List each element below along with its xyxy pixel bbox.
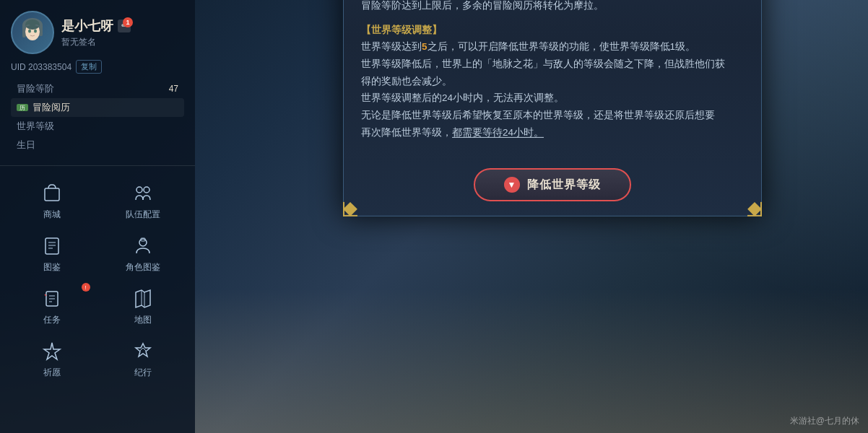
- svg-point-6: [25, 19, 40, 30]
- section2-line2: 世界等级降低后，世界上的「地脉之花」与敌人的等级会随之下降，但战胜他们获: [361, 56, 744, 73]
- tab-adv-rank-label: 冒险等阶: [17, 82, 54, 95]
- corner-bl: [342, 201, 359, 218]
- quest-icon: [39, 286, 65, 312]
- uid-label: UID 203383504: [11, 62, 71, 72]
- copy-uid-button[interactable]: 复制: [76, 60, 102, 74]
- section1: 世界等级与冒险等阶 从20开始，每提升5冒险等阶，世界等级就会提升1级。 冒险等…: [361, 0, 744, 14]
- section2-line1: 世界等级达到5之后，可以开启降低世界等级的功能，使世界等级降低1级。: [361, 38, 744, 56]
- tab-adv-log-label: 冒险阅历: [32, 101, 70, 114]
- nav-team[interactable]: 队伍配置: [98, 173, 188, 225]
- char-map-icon: [130, 233, 156, 259]
- tab-birthday[interactable]: 生日: [11, 136, 184, 154]
- modal-body: 世界等级与冒险等阶 从20开始，每提升5冒险等阶，世界等级就会提升1级。 冒险等…: [344, 0, 761, 159]
- profile-name: 是小七呀 ✏ 1: [61, 17, 184, 35]
- world-level-modal: 世界等级 ✕ 世界等级与冒险等阶 从20开始，每提升5冒险等阶，世界等级就会提升…: [343, 0, 762, 216]
- svg-rect-7: [45, 188, 59, 201]
- uid-row: UID 203383504 复制: [11, 60, 184, 74]
- nav-quest[interactable]: ! 任务: [7, 279, 97, 331]
- highlight-num5: 5: [422, 41, 428, 52]
- notification-badge: 1: [123, 17, 133, 27]
- nav-wish[interactable]: 祈愿: [7, 331, 97, 383]
- watermark: 米游社@七月的休: [790, 415, 859, 427]
- nav-battle[interactable]: 纪行: [98, 331, 188, 383]
- tab-birthday-label: 生日: [17, 139, 35, 152]
- section1-line5: 冒险等阶达到上限后，多余的冒险阅历将转化为摩拉。: [361, 0, 744, 14]
- nav-map-label: 地图: [134, 314, 152, 326]
- adv-rank-value: 47: [169, 84, 178, 94]
- profile-subtitle: 暂无签名: [61, 36, 184, 48]
- svg-rect-10: [45, 238, 58, 254]
- avatar-face: [12, 12, 53, 53]
- lower-btn-label: 降低世界等级: [527, 178, 601, 193]
- section2-line4: 世界等级调整后的24小时内，无法再次调整。: [361, 89, 744, 107]
- tab-adv-log[interactable]: 历 冒险阅历: [11, 98, 184, 117]
- nav-battle-label: 纪行: [134, 367, 152, 379]
- team-icon: [130, 180, 156, 206]
- modal-wrapper: 世界等级 ✕ 世界等级与冒险等阶 从20开始，每提升5冒险等阶，世界等级就会提升…: [322, 38, 741, 395]
- compendium-icon: [39, 233, 65, 259]
- section2: 世界等级调整 世界等级达到5之后，可以开启降低世界等级的功能，使世界等级降低1级…: [361, 22, 744, 141]
- profile-section: 是小七呀 ✏ 1 暂无签名 UID 203383504 复制 冒险等阶 47 历: [0, 0, 195, 166]
- nav-quest-label: 任务: [43, 314, 61, 326]
- svg-point-8: [136, 187, 142, 193]
- edit-profile-icon[interactable]: ✏ 1: [118, 19, 131, 32]
- nav-char-map[interactable]: 角色图鉴: [98, 226, 188, 278]
- section2-line6: 再次降低世界等级，都需要等待24小时。: [361, 123, 744, 141]
- nav-wish-label: 祈愿: [43, 367, 61, 379]
- nav-map[interactable]: 地图: [98, 279, 188, 331]
- underline-wait: 都需要等待24小时。: [452, 126, 544, 137]
- battle-icon: [130, 338, 156, 364]
- quest-badge: !: [82, 283, 90, 292]
- nav-grid: 商城 队伍配置 图鉴 角色图鉴: [0, 166, 195, 390]
- lower-world-level-button[interactable]: ▼ 降低世界等级: [474, 168, 631, 201]
- svg-point-5: [34, 30, 37, 33]
- profile-top: 是小七呀 ✏ 1 暂无签名: [11, 11, 184, 54]
- svg-marker-21: [136, 290, 150, 307]
- modal-footer: ▼ 降低世界等级: [344, 159, 761, 216]
- nav-shop[interactable]: 商城: [7, 173, 97, 225]
- tab-world-level-label: 世界等级: [17, 120, 54, 133]
- svg-point-9: [144, 187, 149, 193]
- nav-char-map-label: 角色图鉴: [126, 261, 160, 274]
- corner-br: [746, 201, 763, 218]
- nav-compendium-label: 图鉴: [43, 261, 61, 274]
- section2-line5: 无论是降低世界等级后希望恢复至原本的世界等级，还是将世界等级还原后想要: [361, 107, 744, 124]
- svg-marker-24: [44, 343, 60, 359]
- profile-tabs: 冒险等阶 47 历 冒险阅历 世界等级 生日: [11, 79, 184, 154]
- nav-team-label: 队伍配置: [126, 209, 160, 221]
- section2-title: 世界等级调整: [361, 25, 442, 35]
- shop-icon: [39, 180, 65, 206]
- map-icon: [130, 286, 156, 312]
- section2-line3: 得的奖励也会减少。: [361, 73, 744, 90]
- wish-icon: [39, 338, 65, 364]
- tab-adv-rank[interactable]: 冒险等阶 47: [11, 79, 184, 98]
- nav-shop-label: 商城: [43, 209, 61, 221]
- avatar: [11, 11, 54, 54]
- adv-log-icon: 历: [17, 104, 28, 111]
- svg-point-4: [28, 30, 31, 33]
- lower-btn-icon: ▼: [504, 177, 520, 193]
- sidebar: 是小七呀 ✏ 1 暂无签名 UID 203383504 复制 冒险等阶 47 历: [0, 0, 195, 433]
- tab-world-level[interactable]: 世界等级: [11, 117, 184, 136]
- profile-info: 是小七呀 ✏ 1 暂无签名: [61, 17, 184, 48]
- nav-compendium[interactable]: 图鉴: [7, 226, 97, 278]
